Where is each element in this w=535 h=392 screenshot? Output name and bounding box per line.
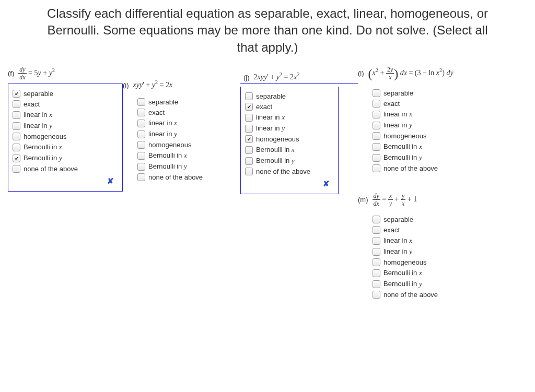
- problem-j: (j) 2xyy' + y2 = 2x2 separable exact lin…: [240, 72, 358, 194]
- option-bernoulli-y[interactable]: Bernoulli in y: [245, 157, 334, 165]
- option-separable[interactable]: separable: [137, 98, 236, 106]
- option-homogeneous[interactable]: homogeneous: [137, 141, 236, 149]
- problems-container: (f) dydx = 5y + y2 separable exact linea…: [0, 66, 535, 319]
- option-homogeneous[interactable]: homogeneous: [245, 135, 334, 143]
- option-linear-x[interactable]: linear in x: [373, 236, 490, 245]
- wrong-icon: ✘: [245, 178, 334, 191]
- checkbox-icon[interactable]: [373, 269, 380, 277]
- option-none[interactable]: none of the above: [245, 168, 334, 175]
- checkbox-icon[interactable]: [373, 122, 380, 129]
- checkbox-icon[interactable]: [13, 155, 20, 162]
- checkbox-icon[interactable]: [13, 165, 20, 173]
- option-exact[interactable]: exact: [245, 103, 334, 111]
- option-bernoulli-x[interactable]: Bernoulli in x: [137, 151, 236, 160]
- option-separable[interactable]: separable: [13, 90, 118, 98]
- checkbox-icon[interactable]: [245, 103, 253, 111]
- option-separable[interactable]: separable: [373, 89, 490, 97]
- problem-f-header: (f) dydx = 5y + y2: [8, 66, 123, 80]
- checkbox-icon[interactable]: [373, 258, 380, 266]
- option-homogeneous[interactable]: homogeneous: [373, 258, 490, 266]
- equation-m: dydx = xy + yx + 1: [373, 193, 417, 207]
- option-bernoulli-y[interactable]: Bernoulli in y: [373, 153, 490, 162]
- checkbox-icon[interactable]: [137, 130, 145, 138]
- checkbox-icon[interactable]: [373, 291, 380, 299]
- checkbox-icon[interactable]: [245, 146, 253, 154]
- option-exact[interactable]: exact: [13, 100, 118, 108]
- checkbox-icon[interactable]: [373, 132, 380, 140]
- options-box-f: separable exact linear in x linear in y …: [8, 84, 123, 192]
- checkbox-icon[interactable]: [245, 135, 253, 143]
- problem-m-header: (m) dydx = xy + yx + 1: [358, 193, 494, 207]
- problem-i-header: (i) xyy' + y2 = 2x: [123, 81, 240, 89]
- problem-j-header: (j) 2xyy' + y2 = 2x2: [240, 72, 358, 84]
- options-box-j: separable exact linear in x linear in y …: [240, 87, 339, 194]
- checkbox-icon[interactable]: [137, 152, 145, 160]
- checkbox-icon[interactable]: [137, 120, 145, 127]
- option-bernoulli-x[interactable]: Bernoulli in x: [373, 142, 490, 151]
- option-separable[interactable]: separable: [373, 216, 490, 223]
- problem-l: (l) (x2 + 2yx) dx = (3 − ln x2) dy separ…: [358, 66, 494, 178]
- checkbox-icon[interactable]: [13, 90, 20, 98]
- checkbox-icon[interactable]: [137, 98, 145, 106]
- option-separable[interactable]: separable: [245, 92, 334, 100]
- checkbox-icon[interactable]: [137, 173, 145, 181]
- option-linear-x[interactable]: linear in x: [373, 110, 490, 118]
- checkbox-icon[interactable]: [245, 168, 253, 175]
- options-box-l: separable exact linear in x linear in y …: [358, 84, 494, 178]
- checkbox-icon[interactable]: [245, 157, 253, 165]
- options-box-m: separable exact linear in x linear in y …: [358, 210, 494, 304]
- option-bernoulli-x[interactable]: Bernoulli in x: [13, 143, 118, 151]
- option-linear-x[interactable]: linear in x: [245, 113, 334, 122]
- option-linear-y[interactable]: linear in y: [373, 247, 490, 256]
- checkbox-icon[interactable]: [137, 163, 145, 171]
- option-none[interactable]: none of the above: [13, 165, 118, 173]
- checkbox-icon[interactable]: [373, 143, 380, 151]
- option-bernoulli-x[interactable]: Bernoulli in x: [245, 146, 334, 154]
- option-homogeneous[interactable]: homogeneous: [373, 132, 490, 140]
- checkbox-icon[interactable]: [373, 100, 380, 108]
- checkbox-icon[interactable]: [373, 111, 380, 118]
- checkbox-icon[interactable]: [13, 133, 20, 140]
- problem-letter: (j): [243, 74, 250, 81]
- option-exact[interactable]: exact: [373, 100, 490, 108]
- option-linear-x[interactable]: linear in x: [13, 111, 118, 119]
- checkbox-icon[interactable]: [373, 280, 380, 288]
- option-none[interactable]: none of the above: [137, 173, 236, 181]
- equation-f: dydx = 5y + y2: [18, 66, 55, 80]
- option-bernoulli-y[interactable]: Bernoulli in y: [13, 154, 118, 162]
- option-linear-y[interactable]: linear in y: [245, 124, 334, 133]
- checkbox-icon[interactable]: [373, 226, 380, 234]
- equation-l: (x2 + 2yx) dx = (3 − ln x2) dy: [368, 66, 453, 80]
- checkbox-icon[interactable]: [13, 111, 20, 119]
- checkbox-icon[interactable]: [13, 100, 20, 108]
- checkbox-icon[interactable]: [373, 154, 380, 162]
- checkbox-icon[interactable]: [13, 144, 20, 151]
- option-linear-y[interactable]: linear in y: [13, 122, 118, 130]
- problem-i: (i) xyy' + y2 = 2x separable exact linea…: [123, 81, 240, 187]
- option-exact[interactable]: exact: [373, 226, 490, 234]
- problem-f: (f) dydx = 5y + y2 separable exact linea…: [8, 66, 123, 192]
- option-linear-y[interactable]: linear in y: [373, 121, 490, 129]
- checkbox-icon[interactable]: [245, 92, 253, 100]
- option-bernoulli-y[interactable]: Bernoulli in y: [373, 280, 490, 288]
- checkbox-icon[interactable]: [373, 237, 380, 245]
- checkbox-icon[interactable]: [13, 122, 20, 130]
- checkbox-icon[interactable]: [373, 89, 380, 97]
- option-bernoulli-y[interactable]: Bernoulli in y: [137, 162, 236, 171]
- checkbox-icon[interactable]: [373, 216, 380, 223]
- checkbox-icon[interactable]: [245, 114, 253, 122]
- checkbox-icon[interactable]: [373, 164, 380, 172]
- option-exact[interactable]: exact: [137, 109, 236, 116]
- problem-l-header: (l) (x2 + 2yx) dx = (3 − ln x2) dy: [358, 66, 494, 80]
- checkbox-icon[interactable]: [137, 109, 145, 116]
- option-none[interactable]: none of the above: [373, 164, 490, 172]
- checkbox-icon[interactable]: [373, 248, 380, 256]
- option-bernoulli-x[interactable]: Bernoulli in x: [373, 269, 490, 277]
- option-linear-y[interactable]: linear in y: [137, 130, 236, 138]
- options-box-i: separable exact linear in x linear in y …: [123, 92, 240, 187]
- option-none[interactable]: none of the above: [373, 291, 490, 299]
- option-linear-x[interactable]: linear in x: [137, 119, 236, 127]
- option-homogeneous[interactable]: homogeneous: [13, 133, 118, 140]
- checkbox-icon[interactable]: [137, 141, 145, 149]
- checkbox-icon[interactable]: [245, 125, 253, 133]
